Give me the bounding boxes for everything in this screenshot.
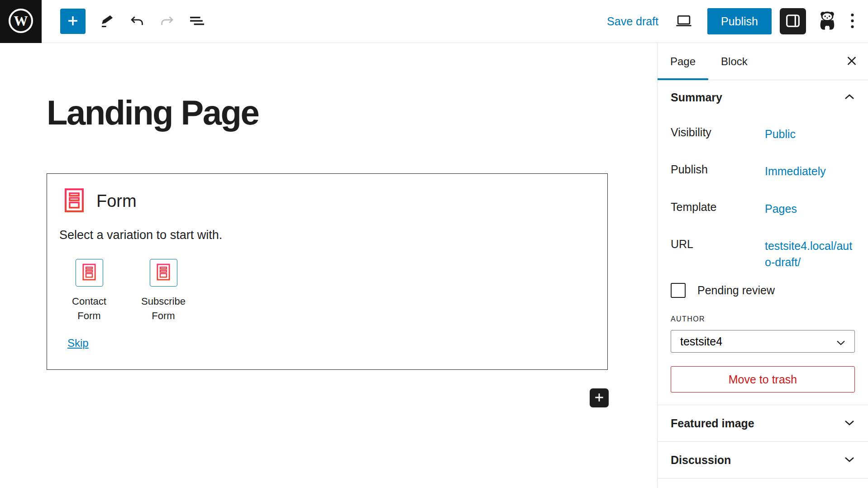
- panel-label: Discussion: [671, 454, 731, 467]
- summary-title: Summary: [671, 91, 722, 104]
- row-label: Visibility: [671, 125, 765, 142]
- tab-page[interactable]: Page: [658, 43, 708, 80]
- form-variations: Contact Form Subscribe Form: [60, 259, 193, 323]
- row-label: URL: [671, 237, 765, 271]
- svg-text:W: W: [14, 13, 28, 29]
- vertical-ellipsis-icon: [850, 13, 854, 30]
- panel-discussion[interactable]: Discussion: [658, 442, 868, 478]
- variation-tile: [150, 259, 177, 287]
- form-variation-prompt: Select a variation to start with.: [59, 228, 222, 242]
- plus-icon: [66, 14, 80, 29]
- variation-label: Subscribe Form: [134, 294, 193, 323]
- undo-arrow-icon: [129, 15, 145, 28]
- sidebar-tabs: Page Block: [658, 43, 868, 80]
- move-to-trash-button[interactable]: Move to trash: [671, 366, 855, 392]
- form-block-placeholder[interactable]: Form Select a variation to start with. C…: [47, 173, 608, 370]
- account-avatar-button[interactable]: [818, 10, 837, 32]
- summary-row-publish: Publish Immediately: [671, 162, 855, 179]
- pencil-icon: [100, 14, 114, 29]
- template-value-button[interactable]: Pages: [765, 200, 855, 217]
- editor-canvas: Landing Page Form Select a variation to …: [0, 43, 658, 488]
- wordpress-logo-button[interactable]: W: [0, 0, 42, 43]
- chevron-down-icon: [844, 419, 855, 427]
- wordpress-logo-icon: W: [8, 8, 34, 35]
- author-select[interactable]: testsite4: [671, 330, 855, 353]
- pending-review-checkbox[interactable]: [671, 283, 686, 298]
- variation-label: Contact Form: [60, 294, 119, 323]
- visibility-value-button[interactable]: Public: [765, 125, 855, 142]
- settings-sidebar: Page Block Summary Visibility Public Pub…: [658, 43, 868, 488]
- form-icon: [156, 263, 171, 282]
- chevron-down-icon: [844, 456, 855, 464]
- skip-link[interactable]: Skip: [67, 337, 89, 349]
- document-overview-button[interactable]: [184, 9, 210, 34]
- block-inserter-button[interactable]: [60, 9, 86, 34]
- variation-subscribe-form[interactable]: Subscribe Form: [134, 259, 193, 323]
- sidebar-panel-icon: [786, 14, 800, 29]
- redo-arrow-icon: [159, 15, 175, 28]
- summary-accordion-toggle[interactable]: Summary: [671, 91, 855, 104]
- form-icon: [82, 263, 96, 282]
- plus-icon: [593, 392, 605, 405]
- preview-button[interactable]: [673, 9, 695, 34]
- form-block-title: Form: [96, 191, 137, 211]
- panda-avatar-icon: [818, 10, 837, 32]
- author-select-value: testsite4: [680, 335, 722, 348]
- laptop-icon: [675, 14, 692, 29]
- variation-contact-form[interactable]: Contact Form: [60, 259, 119, 323]
- toolbar-left-group: [60, 9, 210, 34]
- pending-review-row: Pending review: [671, 283, 855, 298]
- settings-panel-button[interactable]: [780, 8, 806, 34]
- tab-block[interactable]: Block: [708, 43, 760, 80]
- row-label: Publish: [671, 162, 765, 179]
- append-block-button[interactable]: [590, 388, 609, 407]
- close-sidebar-button[interactable]: [846, 55, 857, 67]
- undo-button[interactable]: [124, 9, 150, 34]
- chevron-up-icon: [844, 94, 855, 102]
- summary-rows: Visibility Public Publish Immediately Te…: [671, 125, 855, 270]
- list-view-icon: [190, 14, 204, 29]
- variation-tile: [76, 259, 103, 287]
- summary-row-url: URL testsite4.local/auto-draft/: [671, 237, 855, 271]
- row-label: Template: [671, 200, 765, 217]
- publish-button[interactable]: Publish: [707, 8, 772, 34]
- pending-review-label: Pending review: [697, 284, 775, 297]
- close-icon: [846, 55, 857, 67]
- summary-section: Summary Visibility Public Publish Immedi…: [658, 91, 868, 392]
- form-block-header: Form: [64, 187, 137, 215]
- toolbar-right-group: Save draft Publish: [604, 8, 856, 34]
- redo-button[interactable]: [154, 9, 180, 34]
- edit-tool-button[interactable]: [95, 9, 120, 34]
- page-title[interactable]: Landing Page: [47, 94, 258, 132]
- author-label: AUTHOR: [671, 315, 855, 323]
- panel-label: Featured image: [671, 417, 754, 430]
- url-value-button[interactable]: testsite4.local/auto-draft/: [765, 237, 855, 271]
- save-draft-button[interactable]: Save draft: [604, 15, 661, 28]
- panel-page-attributes[interactable]: Page Attributes: [658, 478, 868, 488]
- summary-row-template: Template Pages: [671, 200, 855, 217]
- editor-top-bar: W: [0, 0, 868, 43]
- chevron-down-icon: [836, 335, 845, 348]
- form-icon: [64, 187, 85, 215]
- sidebar-panels: Featured image Discussion Page Attribute…: [658, 405, 868, 488]
- publish-date-value-button[interactable]: Immediately: [765, 162, 855, 179]
- panel-featured-image[interactable]: Featured image: [658, 405, 868, 442]
- summary-row-visibility: Visibility Public: [671, 125, 855, 142]
- options-menu-button[interactable]: [849, 13, 856, 30]
